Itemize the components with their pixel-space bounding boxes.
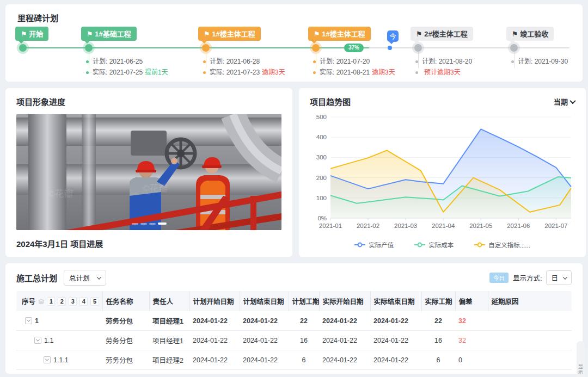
project-photo-carousel[interactable]: ©花瓣 ©花瓣	[16, 114, 281, 230]
row-id: 1.1.1	[53, 356, 69, 364]
bullet-icon	[415, 60, 418, 63]
level-button-4[interactable]: 4	[79, 297, 88, 306]
trend-chart: 2021-012021-022021-032021-042021-052021-…	[310, 109, 575, 239]
legend-marker-icon	[414, 242, 425, 248]
svg-text:400: 400	[316, 134, 327, 140]
bullet-icon	[313, 60, 316, 63]
legend-label: 实际产值	[369, 240, 394, 249]
actual-days: 16	[421, 331, 455, 350]
milestone-date: 计划: 2021-06-28	[210, 56, 260, 67]
plan-start: 2024-01-22	[189, 311, 240, 331]
column-header: 偏差	[455, 291, 488, 311]
today-marker-tag[interactable]: 今	[387, 30, 399, 42]
milestone-status: 逾期3天	[262, 69, 285, 76]
legend-marker-icon	[354, 242, 365, 248]
row-collapse-toggle[interactable]	[25, 317, 32, 324]
level-button-5[interactable]: 5	[90, 297, 99, 306]
svg-text:500: 500	[316, 114, 327, 120]
column-header-label: 任务名称	[106, 298, 133, 306]
table-row: 1.1.1劳务分包项目经理22024-01-222024-01-2262024-…	[16, 350, 572, 370]
milestone-date: 实际: 2021-07-25提前1天	[93, 67, 168, 78]
plan-type-select[interactable]: 总计划	[64, 270, 106, 286]
legend-item[interactable]: 实际产值	[354, 240, 394, 249]
plan-start: 2024-01-22	[189, 350, 240, 370]
svg-text:0%: 0%	[317, 215, 327, 221]
milestone-date: 计划: 2021-08-20	[422, 56, 472, 67]
milestone-timeline: ⚑ 开始⚑ 1#基础工程计划: 2021-06-25实际: 2021-07-25…	[17, 26, 571, 82]
flag-icon: ⚑	[512, 30, 518, 38]
bullet-icon	[203, 60, 206, 63]
period-dropdown[interactable]: 当期	[554, 96, 575, 107]
bullet-icon	[511, 60, 514, 63]
plan-days: 5	[289, 370, 319, 374]
plan-type-value: 总计划	[69, 273, 90, 283]
milestone-details: 计划: 2021-09-30	[511, 56, 568, 67]
trend-chart-svg: 2021-012021-022021-032021-042021-052021-…	[310, 109, 575, 237]
milestone-badge[interactable]: ⚑ 竣工验收	[506, 27, 554, 41]
column-header: 序号12345	[16, 291, 102, 311]
svg-text:2021-01: 2021-01	[319, 223, 342, 229]
milestone-node[interactable]	[19, 44, 27, 52]
column-header: 任务名称	[102, 291, 149, 311]
milestone-node[interactable]	[414, 44, 422, 52]
column-header: 实际开始日期	[319, 291, 370, 311]
today-badge[interactable]: 今日	[489, 273, 509, 283]
plan-table-body: 1劳务分包项目经理12024-01-222024-01-22222024-01-…	[16, 311, 572, 374]
carousel-dot[interactable]	[132, 223, 138, 225]
carousel-dots	[132, 223, 167, 225]
level-button-1[interactable]: 1	[47, 297, 55, 306]
flag-icon: ⚑	[21, 30, 27, 38]
plan-end: 2024-01-22	[240, 370, 289, 374]
task-name: 劳务分包	[102, 331, 149, 350]
legend-item[interactable]: 实际成本	[414, 240, 454, 249]
owner: 项目经理3	[149, 370, 189, 374]
display-mode-select[interactable]: 日	[546, 270, 572, 285]
dashboard: 里程碑计划 ⚑ 开始⚑ 1#基础工程计划: 2021-06-25实际: 2021…	[0, 0, 588, 377]
milestone-date: 预计逾期3天	[422, 67, 461, 78]
level-button-3[interactable]: 3	[69, 297, 77, 306]
table-row: 1.1.2劳务分包项目经理32024-01-222024-01-2252024-…	[16, 370, 572, 374]
milestone-node[interactable]	[312, 44, 320, 52]
milestone-badge[interactable]: ⚑ 1#基础工程	[81, 27, 137, 41]
row-id: 1	[35, 317, 39, 325]
svg-text:2021-03: 2021-03	[394, 223, 417, 229]
milestone-node[interactable]	[202, 44, 210, 52]
row-collapse-toggle[interactable]	[34, 337, 41, 344]
milestone-badge[interactable]: ⚑ 2#楼主体工程	[411, 27, 473, 41]
bullet-icon	[313, 71, 316, 74]
carousel-dot[interactable]	[149, 223, 156, 225]
legend-item[interactable]: 自定义指标......	[474, 240, 530, 249]
milestone-date: 计划: 2021-07-20	[320, 56, 370, 67]
row-id: 1.1	[44, 337, 53, 344]
actual-start: 2024-01-22	[319, 370, 370, 374]
column-header-label: 计划开始日期	[193, 298, 234, 306]
legend-label: 实际成本	[428, 240, 454, 249]
owner: 项目经理1	[149, 331, 189, 350]
milestone-badge[interactable]: ⚑ 1#楼主体工程	[198, 27, 261, 41]
svg-text:2021-02: 2021-02	[357, 223, 379, 229]
actual-end: 2024-01-22	[370, 350, 421, 370]
milestone-details: 计划: 2021-08-20预计逾期3天	[415, 56, 472, 78]
chevron-down-icon	[96, 275, 101, 279]
plan-days: 16	[289, 331, 319, 350]
milestone-date: 实际: 2021-07-23逾期3天	[210, 67, 285, 78]
svg-text:100: 100	[316, 195, 327, 201]
legend-marker-icon	[474, 242, 485, 248]
photo-caption: 2024年3月1日 项目进展	[16, 238, 281, 249]
carousel-dot[interactable]	[140, 223, 147, 225]
carousel-dot-active[interactable]	[158, 223, 167, 225]
milestone-node[interactable]	[85, 44, 93, 52]
layers-icon	[38, 298, 44, 305]
milestone-badge[interactable]: ⚑ 开始	[15, 27, 48, 41]
flag-icon: ⚑	[416, 30, 422, 38]
column-header-label: 延期原因	[492, 298, 519, 306]
milestone-badge[interactable]: ⚑ 1#楼主体工程	[308, 27, 371, 41]
row-collapse-toggle[interactable]	[44, 356, 51, 363]
level-button-2[interactable]: 2	[58, 297, 66, 306]
side-tab[interactable]: 显示	[577, 341, 585, 377]
milestone-node[interactable]	[510, 44, 518, 52]
chart-legend: 实际产值实际成本自定义指标......	[310, 240, 575, 249]
svg-text:2021-04: 2021-04	[432, 223, 455, 229]
svg-text:©花瓣: ©花瓣	[48, 189, 74, 199]
column-header-label: 序号	[22, 296, 35, 306]
